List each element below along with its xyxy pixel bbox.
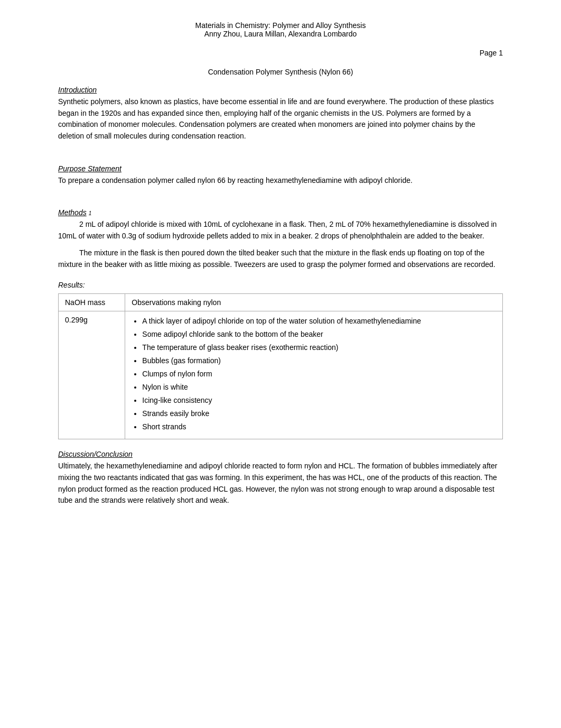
observation-item: Nylon is white	[142, 382, 496, 393]
observation-item: The temperature of glass beaker rises (e…	[142, 342, 496, 353]
observations-list: A thick layer of adipoyl chloride on top…	[132, 316, 496, 432]
methods-label: Methods 1	[58, 208, 503, 217]
introduction-text: Synthetic polymers, also known as plasti…	[58, 96, 503, 142]
methods-label-text: Methods	[58, 208, 87, 217]
observation-item: Clumps of nylon form	[142, 368, 496, 380]
observation-item: Strands easily broke	[142, 408, 496, 419]
observation-item: Bubbles (gas formation)	[142, 355, 496, 366]
observations-cell: A thick layer of adipoyl chloride on top…	[125, 311, 503, 439]
results-label: Results:	[58, 281, 503, 289]
document-page: Materials in Chemistry: Polymer and Allo…	[0, 0, 561, 728]
results-table: NaOH mass Observations making nylon 0.29…	[58, 293, 503, 439]
document-main-title: Condensation Polymer Synthesis (Nylon 66…	[58, 68, 503, 76]
purpose-label: Purpose Statement	[58, 164, 503, 173]
document-title-line1: Materials in Chemistry: Polymer and Allo…	[58, 21, 503, 30]
discussion-text: Ultimately, the hexamethylenediamine and…	[58, 460, 503, 506]
purpose-text: To prepare a condensation polymer called…	[58, 175, 503, 187]
observation-item: Some adipoyl chloride sank to the bottom…	[142, 329, 496, 340]
col1-header: NaOH mass	[59, 294, 125, 311]
methods-superscript: 1	[89, 210, 92, 216]
col2-header: Observations making nylon	[125, 294, 503, 311]
page-number: Page 1	[58, 49, 503, 57]
methods-paragraph2: The mixture in the flask is then poured …	[58, 247, 503, 270]
document-authors: Anny Zhou, Laura Millan, Alexandra Lomba…	[58, 30, 503, 38]
observation-item: Short strands	[142, 421, 496, 432]
discussion-label: Discussion/Conclusion	[58, 450, 503, 458]
observation-item: A thick layer of adipoyl chloride on top…	[142, 316, 496, 327]
document-header: Materials in Chemistry: Polymer and Allo…	[58, 21, 503, 38]
methods-paragraph1: 2 mL of adipoyl chloride is mixed with 1…	[58, 219, 503, 242]
naoh-mass-value: 0.299g	[59, 311, 125, 439]
observation-item: Icing-like consistency	[142, 395, 496, 406]
table-row: 0.299g A thick layer of adipoyl chloride…	[59, 311, 503, 439]
introduction-label: Introduction	[58, 86, 503, 94]
